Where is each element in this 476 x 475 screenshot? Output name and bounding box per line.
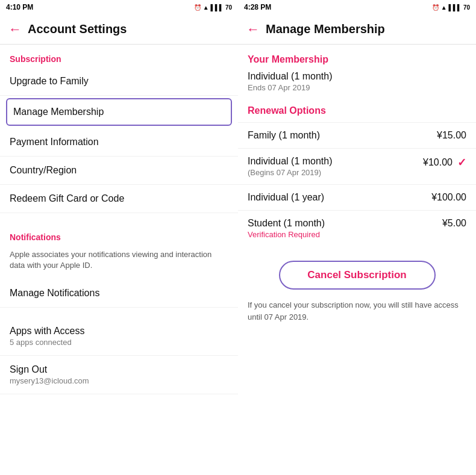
current-membership: Individual (1 month) Ends 07 Apr 2019 xyxy=(238,71,476,96)
current-plan-end: Ends 07 Apr 2019 xyxy=(248,83,466,92)
option-family-1month[interactable]: Family (1 month) ¥15.00 xyxy=(238,122,476,148)
subscription-label: Subscription xyxy=(0,45,238,67)
notifications-label: Notifications xyxy=(0,223,238,246)
option-individual-1year[interactable]: Individual (1 year) ¥100.00 xyxy=(238,184,476,210)
cancel-note: If you cancel your subscription now, you… xyxy=(238,299,476,323)
nav-bar-left: ← Account Settings xyxy=(0,14,238,45)
menu-item-manage-membership[interactable]: Manage Membership xyxy=(6,98,232,126)
back-button-right[interactable]: ← xyxy=(246,22,260,37)
status-icons-left: ⏰ ▲ ▌▌▌ 70 xyxy=(194,4,232,11)
your-membership-heading: Your Membership xyxy=(238,45,476,71)
left-content: Subscription Upgrade to Family Manage Me… xyxy=(0,45,238,475)
left-panel: 4:10 PM ⏰ ▲ ▌▌▌ 70 ← Account Settings Su… xyxy=(0,0,238,475)
wifi-icon-right: ▲ xyxy=(441,4,447,11)
selected-checkmark: ✓ xyxy=(457,156,466,169)
time-left: 4:10 PM xyxy=(6,3,33,11)
nav-title-right: Manage Membership xyxy=(266,22,385,36)
back-button-left[interactable]: ← xyxy=(8,22,22,37)
menu-item-apps-access[interactable]: Apps with Access 5 apps connected xyxy=(0,317,238,356)
option-name-1: Individual (1 month) xyxy=(248,156,333,167)
menu-item-country[interactable]: Country/Region xyxy=(0,157,238,185)
alarm-icon: ⏰ xyxy=(194,4,201,11)
option-name-3: Student (1 month) xyxy=(248,218,325,229)
battery-left: 70 xyxy=(225,4,232,11)
nav-title-left: Account Settings xyxy=(28,22,127,36)
menu-item-manage-notifications[interactable]: Manage Notifications xyxy=(0,279,238,308)
current-plan-name: Individual (1 month) xyxy=(248,71,466,82)
menu-item-upgrade[interactable]: Upgrade to Family xyxy=(0,67,238,96)
option-student-1month[interactable]: Student (1 month) Verification Required … xyxy=(238,210,476,246)
right-content: Your Membership Individual (1 month) End… xyxy=(238,45,476,475)
option-price-2: ¥100.00 xyxy=(431,192,466,203)
right-panel: 4:28 PM ⏰ ▲ ▌▌▌ 70 ← Manage Membership Y… xyxy=(238,0,476,475)
renewal-options-heading: Renewal Options xyxy=(238,96,476,122)
menu-item-redeem[interactable]: Redeem Gift Card or Code xyxy=(0,185,238,213)
option-sub-1: (Begins 07 Apr 2019) xyxy=(248,168,333,177)
option-verify-3: Verification Required xyxy=(248,230,325,239)
option-name-2: Individual (1 year) xyxy=(248,192,324,203)
alarm-icon-right: ⏰ xyxy=(432,4,439,11)
cancel-btn-wrapper: Cancel Subscription xyxy=(238,246,476,299)
status-icons-right: ⏰ ▲ ▌▌▌ 70 xyxy=(432,4,470,11)
wifi-icon: ▲ xyxy=(203,4,209,11)
apps-sub: 5 apps connected xyxy=(10,337,72,347)
status-bar-right: 4:28 PM ⏰ ▲ ▌▌▌ 70 xyxy=(238,0,476,14)
option-price-0: ¥15.00 xyxy=(437,130,466,141)
signal-icon: ▌▌▌ xyxy=(211,4,224,11)
option-name-0: Family (1 month) xyxy=(248,130,320,141)
option-individual-1month[interactable]: Individual (1 month) (Begins 07 Apr 2019… xyxy=(238,148,476,184)
menu-item-payment[interactable]: Payment Information xyxy=(0,128,238,157)
signal-icon-right: ▌▌▌ xyxy=(449,4,462,11)
option-price-1: ¥10.00 xyxy=(423,157,453,168)
cancel-subscription-button[interactable]: Cancel Subscription xyxy=(279,261,436,290)
battery-right: 70 xyxy=(463,4,470,11)
menu-item-sign-out[interactable]: Sign Out mysery13@icloud.com xyxy=(0,356,238,394)
nav-bar-right: ← Manage Membership xyxy=(238,14,476,45)
time-right: 4:28 PM xyxy=(244,3,271,11)
sign-out-sub: mysery13@icloud.com xyxy=(10,376,89,385)
option-price-3: ¥5.00 xyxy=(442,218,466,229)
notification-note: Apple associates your notifications view… xyxy=(0,246,238,279)
status-bar-left: 4:10 PM ⏰ ▲ ▌▌▌ 70 xyxy=(0,0,238,14)
